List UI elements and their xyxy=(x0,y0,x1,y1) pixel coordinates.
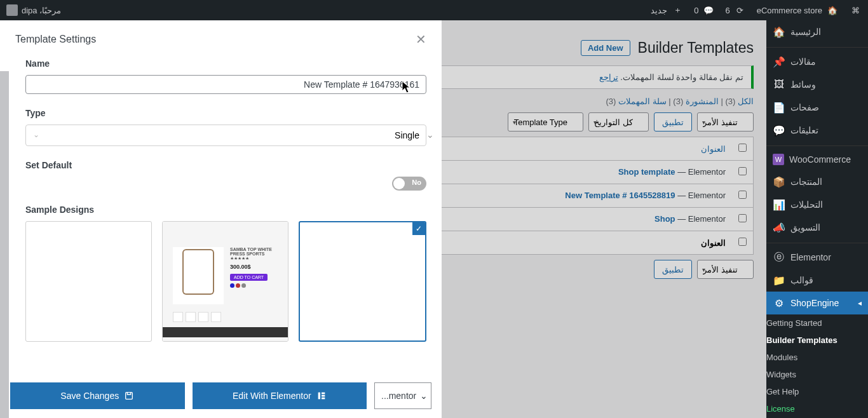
page-icon: 📄 xyxy=(773,101,785,114)
check-icon: ✓ xyxy=(412,222,425,235)
chevron-down-icon: ⌄ xyxy=(33,130,39,139)
save-icon xyxy=(124,391,134,401)
submenu-get-help[interactable]: Get Help xyxy=(766,383,868,400)
menu-elementor[interactable]: Elementorⓔ xyxy=(766,243,868,269)
menu-woocommerce[interactable]: WooCommerceW xyxy=(766,145,868,170)
products-icon: 📦 xyxy=(773,175,785,188)
default-toggle[interactable]: No xyxy=(392,177,426,191)
templates-icon: 📁 xyxy=(773,274,785,287)
modal-title: Template Settings xyxy=(15,34,96,45)
updates-link[interactable]: ⟳6 xyxy=(725,4,746,17)
menu-products[interactable]: المنتجات📦 xyxy=(766,170,868,193)
default-label: Set Default xyxy=(25,160,426,170)
design-card-selected[interactable]: ✓ xyxy=(299,221,426,342)
elementor-icon: ⓔ xyxy=(773,251,785,264)
pin-icon: 📌 xyxy=(773,55,785,68)
submenu-modules[interactable]: Modules xyxy=(766,349,868,366)
elementor-icon xyxy=(316,391,327,401)
site-name-link[interactable]: 🏠eCommerce store xyxy=(757,4,839,17)
admin-bar: ⌘ 🏠eCommerce store ⟳6 💬0 ＋جديد مرحبًا، d… xyxy=(0,0,868,20)
design-card-blank[interactable] xyxy=(25,221,152,342)
marketing-icon: 📣 xyxy=(773,221,785,234)
submenu-builder-templates[interactable]: Builder Templates xyxy=(766,332,868,349)
shopengine-icon: ⚙ xyxy=(773,297,785,309)
menu-media[interactable]: وسائط🖼 xyxy=(766,73,868,96)
name-label: Name xyxy=(25,58,426,69)
menu-marketing[interactable]: التسويق📣 xyxy=(766,216,868,239)
svg-rect-3 xyxy=(322,395,325,397)
svg-rect-0 xyxy=(126,393,133,400)
home-icon: 🏠 xyxy=(826,4,839,17)
type-select[interactable]: Single xyxy=(25,125,426,146)
type-label: Type xyxy=(25,108,426,118)
menu-shopengine[interactable]: ShopEngine⚙ xyxy=(766,292,868,314)
design-card-preview[interactable]: SAMBA TOP WHITE PRESS SPORTS ★★★★★ 300.0… xyxy=(162,221,288,342)
modal-close-button[interactable]: ✕ xyxy=(416,32,426,47)
menu-dashboard[interactable]: الرئيسية🏠 xyxy=(766,20,868,43)
account-link[interactable]: مرحبًا، dipa xyxy=(6,4,61,16)
comments-link[interactable]: 💬0 xyxy=(694,4,715,17)
avatar xyxy=(6,4,18,16)
menu-analytics[interactable]: التحليلات📊 xyxy=(766,193,868,216)
save-changes-button[interactable]: Save Changes xyxy=(10,382,185,409)
menu-templates[interactable]: قوالب📁 xyxy=(766,269,868,292)
modal-scrollbar[interactable] xyxy=(0,71,9,418)
wp-logo[interactable]: ⌘ xyxy=(849,4,862,17)
dashboard-icon: 🏠 xyxy=(773,25,785,38)
submenu-getting-started[interactable]: Getting Started xyxy=(766,314,868,332)
template-settings-modal: Template Settings ✕ Name Type Single ⌄ S… xyxy=(0,20,442,418)
analytics-icon: 📊 xyxy=(773,198,785,211)
elementor-dropdown[interactable]: ...mentor ⌄ xyxy=(374,382,431,409)
menu-pages[interactable]: صفحات📄 xyxy=(766,96,868,119)
menu-posts[interactable]: مقالات📌 xyxy=(766,47,868,73)
submenu-license[interactable]: License xyxy=(766,400,868,417)
svg-rect-4 xyxy=(322,398,325,400)
comment-icon: 💬 xyxy=(702,4,715,17)
submenu-widgets[interactable]: Widgets xyxy=(766,366,868,383)
media-icon: 🖼 xyxy=(773,78,785,91)
menu-comments[interactable]: تعليقات💬 xyxy=(766,119,868,142)
designs-label: Sample Designs xyxy=(25,205,426,215)
svg-rect-2 xyxy=(322,393,325,394)
comment-icon: 💬 xyxy=(773,124,785,137)
edit-with-elementor-button[interactable]: Edit With Elementor xyxy=(193,382,367,409)
update-icon: ⟳ xyxy=(734,4,747,17)
chevron-down-icon: ⌄ xyxy=(420,391,428,401)
svg-rect-1 xyxy=(318,393,320,400)
admin-sidebar: الرئيسية🏠 مقالات📌 وسائط🖼 صفحات📄 تعليقات💬… xyxy=(766,20,868,418)
woo-icon: W xyxy=(773,154,784,165)
plus-icon: ＋ xyxy=(671,4,684,17)
new-content-link[interactable]: ＋جديد xyxy=(651,4,684,17)
name-input[interactable] xyxy=(25,75,426,94)
